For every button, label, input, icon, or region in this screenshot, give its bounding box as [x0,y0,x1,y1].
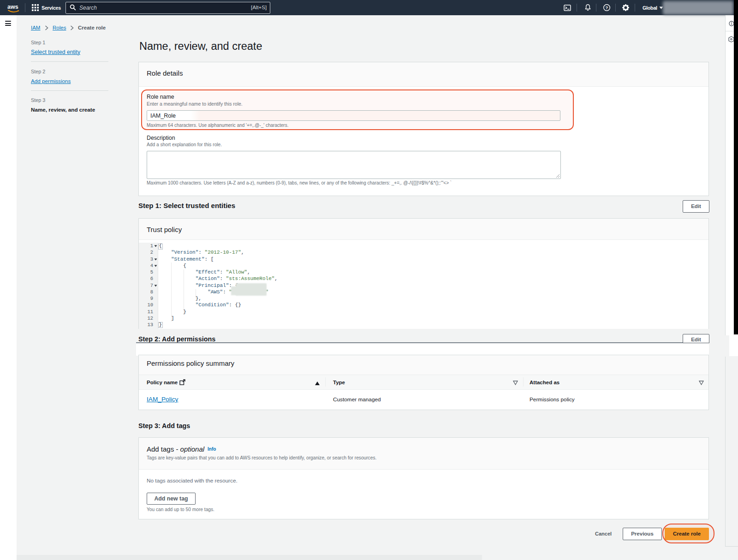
svg-text:aws: aws [7,4,18,10]
svg-text:?: ? [606,5,608,10]
